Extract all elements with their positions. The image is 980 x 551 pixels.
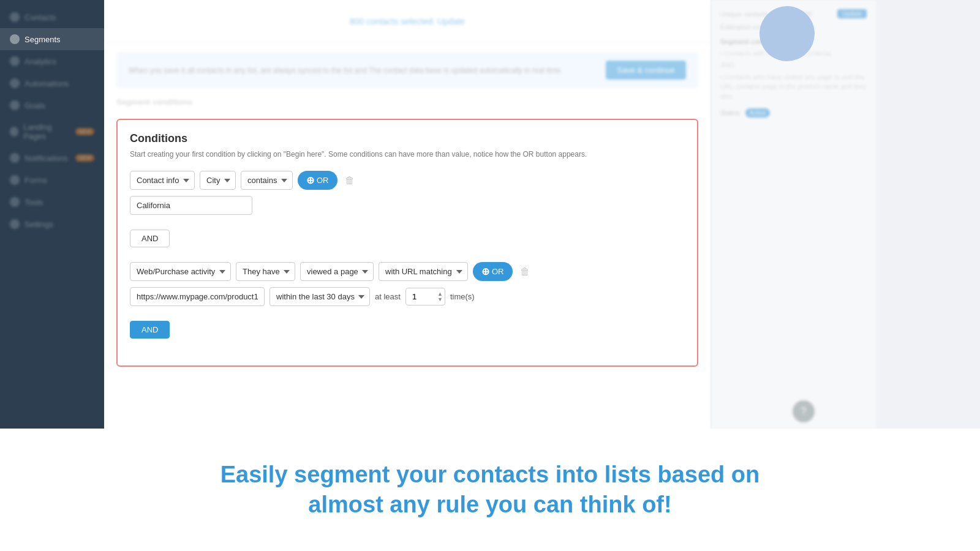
condition-row2-select2[interactable]: They have bbox=[236, 262, 295, 281]
info-bar: When you save it all contacts in any lis… bbox=[116, 52, 698, 88]
right-panel-item-2: • Contacts who have visited any page to … bbox=[720, 73, 867, 101]
sidebar-item-8[interactable]: Tools bbox=[0, 191, 104, 213]
condition-row2-select1[interactable]: Web/Purchase activity bbox=[130, 262, 231, 281]
condition-row1-or-button[interactable]: ⊕ OR bbox=[298, 171, 337, 190]
condition-row2-delete-button[interactable]: 🗑 bbox=[518, 264, 532, 280]
condition-row2-time-select[interactable]: within the last 30 days bbox=[270, 287, 370, 306]
right-panel-status: Status: Active bbox=[720, 108, 867, 118]
sidebar-item-1[interactable]: Segments bbox=[0, 28, 104, 50]
condition-row2-value-row: within the last 30 days at least ▲ ▼ tim… bbox=[130, 287, 685, 306]
condition-row1-value-input[interactable] bbox=[130, 196, 252, 215]
sidebar-item-7[interactable]: Forms bbox=[0, 169, 104, 191]
save-continue-button[interactable]: Save & continue bbox=[606, 61, 686, 80]
conditions-title: Conditions bbox=[130, 132, 685, 145]
and-button-2[interactable]: AND bbox=[130, 321, 170, 339]
main-content: 800 contacts selected: Update When you s… bbox=[104, 0, 710, 429]
bottom-tagline: Easily segment your contacts into lists … bbox=[221, 460, 760, 520]
section-title: Segment conditions bbox=[104, 97, 710, 113]
number-input-wrap: ▲ ▼ bbox=[405, 288, 445, 305]
times-label: time(s) bbox=[450, 292, 475, 301]
right-panel: Unique contacts from: 0 - 1000 Update Es… bbox=[710, 0, 876, 429]
tools-icon bbox=[10, 197, 20, 207]
condition-row-2: Web/Purchase activity They have viewed a… bbox=[130, 262, 685, 281]
sidebar-item-5[interactable]: Landing Pages NEW bbox=[0, 116, 104, 147]
topbar-title: 800 contacts selected: Update bbox=[350, 17, 465, 26]
right-panel-badge1[interactable]: Update bbox=[837, 9, 867, 18]
right-panel-item-1: AND bbox=[720, 61, 867, 70]
conditions-description: Start creating your first condition by c… bbox=[130, 150, 685, 159]
automations-icon bbox=[10, 78, 20, 88]
sidebar-item-6[interactable]: Notifications NEW bbox=[0, 147, 104, 169]
contacts-icon bbox=[10, 12, 20, 22]
condition-row1-value-row bbox=[130, 196, 685, 215]
right-panel-status-tag: Active bbox=[745, 108, 769, 118]
info-bar-text: When you save it all contacts in any lis… bbox=[129, 66, 562, 75]
condition-row2-url-input[interactable] bbox=[130, 287, 265, 306]
condition-row2-select3[interactable]: viewed a page bbox=[300, 262, 374, 281]
at-least-label: at least bbox=[375, 292, 401, 301]
condition-row1-delete-button[interactable]: 🗑 bbox=[342, 173, 357, 189]
landing-pages-icon bbox=[10, 127, 18, 137]
condition-row1-select3[interactable]: contains bbox=[241, 171, 293, 190]
conditions-box: Conditions Start creating your first con… bbox=[116, 119, 698, 367]
sidebar-item-9[interactable]: Settings bbox=[0, 213, 104, 235]
sidebar-item-2[interactable]: Analytics bbox=[0, 50, 104, 72]
and-button-1[interactable]: AND bbox=[130, 230, 170, 247]
analytics-icon bbox=[10, 56, 20, 66]
notifications-icon bbox=[10, 153, 20, 163]
goals-icon bbox=[10, 100, 20, 110]
sidebar-item-0[interactable]: Contacts bbox=[0, 6, 104, 28]
condition-row-1: Contact info City contains ⊕ OR 🗑 bbox=[130, 171, 685, 190]
sidebar-item-4[interactable]: Goals bbox=[0, 94, 104, 116]
help-button[interactable]: ? bbox=[793, 400, 815, 422]
topbar: 800 contacts selected: Update bbox=[104, 0, 710, 43]
condition-row1-select1[interactable]: Contact info bbox=[130, 171, 195, 190]
condition-row1-select2[interactable]: City bbox=[200, 171, 236, 190]
settings-icon bbox=[10, 219, 20, 229]
sidebar-item-3[interactable]: Automations bbox=[0, 72, 104, 94]
bottom-area: Easily segment your contacts into lists … bbox=[0, 429, 980, 551]
avatar bbox=[760, 6, 815, 61]
and-divider-1: AND bbox=[130, 223, 685, 253]
and-divider-2: AND bbox=[130, 315, 685, 345]
condition-row2-select4[interactable]: with URL matching bbox=[379, 262, 468, 281]
sidebar: Contacts Segments Analytics Automations … bbox=[0, 0, 104, 429]
number-down-button[interactable]: ▼ bbox=[437, 297, 443, 302]
segments-icon bbox=[10, 34, 20, 44]
condition-row2-or-button[interactable]: ⊕ OR bbox=[473, 262, 513, 281]
forms-icon bbox=[10, 175, 20, 185]
